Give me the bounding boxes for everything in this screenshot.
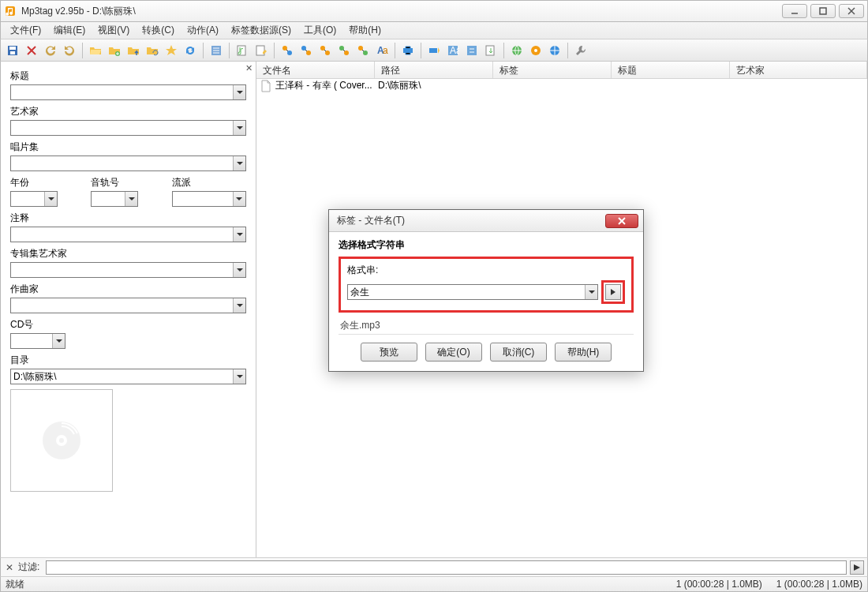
chevron-down-icon[interactable] [233, 227, 245, 242]
status-total: 1 (00:00:28 | 1.0MB) [776, 579, 862, 590]
web-source-icon[interactable] [508, 42, 526, 59]
save-icon[interactable] [4, 42, 21, 59]
list-icon[interactable] [208, 42, 225, 59]
window-titlebar: Mp3tag v2.95b - D:\陈丽珠\ [0, 0, 868, 22]
label-album: 唱片集 [10, 141, 246, 154]
chevron-down-icon[interactable] [233, 121, 245, 135]
format-helper-button[interactable] [605, 284, 621, 300]
dialog-titlebar[interactable]: 标签 - 文件名(T) [329, 210, 643, 232]
refresh-icon[interactable] [181, 42, 199, 59]
dialog-close-button[interactable] [605, 214, 638, 228]
label-comment: 注释 [10, 212, 246, 225]
format-label: 格式串: [347, 264, 625, 277]
status-bar: 就绪 1 (00:00:28 | 1.0MB) 1 (00:00:28 | 1.… [0, 576, 868, 592]
column-path[interactable]: 路径 [375, 62, 493, 78]
rename-icon[interactable] [253, 42, 270, 59]
text-to-tag-icon[interactable] [335, 42, 353, 59]
file-row[interactable]: 王泽科 - 有幸 ( Cover...D:\陈丽珠\ [256, 79, 867, 93]
cover-source-icon[interactable] [527, 42, 544, 59]
toolbar-separator [567, 43, 568, 58]
field-genre[interactable] [172, 191, 246, 207]
tag-to-filename-icon[interactable] [279, 42, 296, 59]
menu-tagsources[interactable]: 标签数据源(S) [225, 22, 297, 39]
toolbar-separator [274, 43, 275, 58]
delete-icon[interactable] [23, 42, 40, 59]
toolbar-separator [395, 43, 395, 58]
chevron-down-icon[interactable] [585, 285, 597, 299]
export-icon[interactable] [482, 42, 499, 59]
filter-close-icon[interactable]: ✕ [4, 562, 15, 573]
chevron-down-icon[interactable] [233, 192, 245, 206]
format-string-input[interactable] [347, 284, 598, 300]
window-close-button[interactable] [839, 4, 864, 18]
menu-file[interactable]: 文件(F) [4, 22, 47, 39]
toolbar-separator [203, 43, 204, 58]
format-string-highlight: 格式串: [339, 257, 634, 313]
menu-help[interactable]: 帮助(H) [342, 22, 387, 39]
cell-filename: 王泽科 - 有幸 ( Cover... [275, 79, 378, 92]
cancel-button[interactable]: 取消(C) [490, 343, 547, 362]
tools-icon[interactable] [572, 42, 589, 59]
autonumber-icon[interactable]: Aa [373, 42, 391, 59]
chevron-down-icon[interactable] [233, 263, 245, 277]
menu-actions[interactable]: 动作(A) [181, 22, 225, 39]
chevron-down-icon[interactable] [52, 334, 65, 348]
field-artist[interactable] [10, 120, 246, 136]
chevron-down-icon[interactable] [233, 298, 245, 313]
svg-rect-34 [486, 46, 494, 55]
help-button[interactable]: 帮助(H) [555, 343, 612, 362]
folder-refresh-icon[interactable] [144, 42, 161, 59]
chevron-down-icon[interactable] [44, 192, 57, 206]
chevron-down-icon[interactable] [125, 192, 137, 206]
window-minimize-button[interactable] [782, 4, 807, 18]
column-filename[interactable]: 文件名 [256, 62, 375, 78]
field-track[interactable] [91, 191, 138, 207]
column-tag[interactable]: 标签 [493, 62, 612, 78]
file-list-header: 文件名 路径 标签 标题 艺术家 [256, 62, 867, 79]
actions-quick-icon[interactable] [425, 42, 443, 59]
toolbar-separator [503, 43, 504, 58]
folder-open-icon[interactable] [87, 42, 104, 59]
folder-add-icon[interactable] [106, 42, 123, 59]
column-artist[interactable]: 艺术家 [730, 62, 867, 78]
field-comment[interactable] [10, 227, 246, 242]
window-maximize-button[interactable] [810, 4, 836, 18]
menu-view[interactable]: 视图(V) [92, 22, 136, 39]
ok-button[interactable]: 确定(O) [425, 343, 482, 362]
svg-rect-33 [467, 46, 477, 55]
filter-input[interactable] [46, 560, 847, 575]
field-discnumber[interactable] [10, 333, 65, 349]
album-art-placeholder[interactable] [10, 389, 113, 492]
svg-point-41 [59, 438, 64, 443]
menu-edit[interactable]: 编辑(E) [47, 22, 92, 39]
menu-convert[interactable]: 转换(C) [136, 22, 181, 39]
preview-button[interactable]: 预览 [361, 343, 417, 362]
field-directory[interactable] [10, 369, 246, 384]
case-icon[interactable]: Aa [444, 42, 462, 59]
field-title[interactable] [10, 84, 246, 100]
menu-bar: 文件(F) 编辑(E) 视图(V) 转换(C) 动作(A) 标签数据源(S) 工… [0, 22, 868, 39]
format-preview: 余生.mp3 [339, 316, 634, 335]
filter-go-button[interactable] [850, 560, 864, 575]
field-year[interactable] [10, 191, 58, 207]
menu-tools[interactable]: 工具(O) [297, 22, 342, 39]
chevron-down-icon[interactable] [233, 369, 245, 384]
folder-up-icon[interactable] [125, 42, 142, 59]
replace-icon[interactable] [463, 42, 481, 59]
favorite-icon[interactable] [163, 42, 180, 59]
actions-icon[interactable] [399, 42, 417, 59]
field-album[interactable] [10, 155, 246, 171]
filename-to-tag-icon[interactable] [297, 42, 315, 59]
tag-panel-close-icon[interactable]: ✕ [245, 63, 253, 73]
field-composer[interactable] [10, 298, 246, 313]
playlist-icon[interactable] [234, 42, 251, 59]
web-icon[interactable] [546, 42, 563, 59]
chevron-down-icon[interactable] [233, 156, 245, 170]
tag-to-tag-icon[interactable] [316, 42, 334, 59]
redo-icon[interactable] [61, 42, 78, 59]
field-albumartist[interactable] [10, 262, 246, 278]
chevron-down-icon[interactable] [233, 85, 245, 99]
column-title[interactable]: 标题 [612, 62, 730, 78]
tag-to-text-icon[interactable] [354, 42, 372, 59]
undo-icon[interactable] [42, 42, 59, 59]
